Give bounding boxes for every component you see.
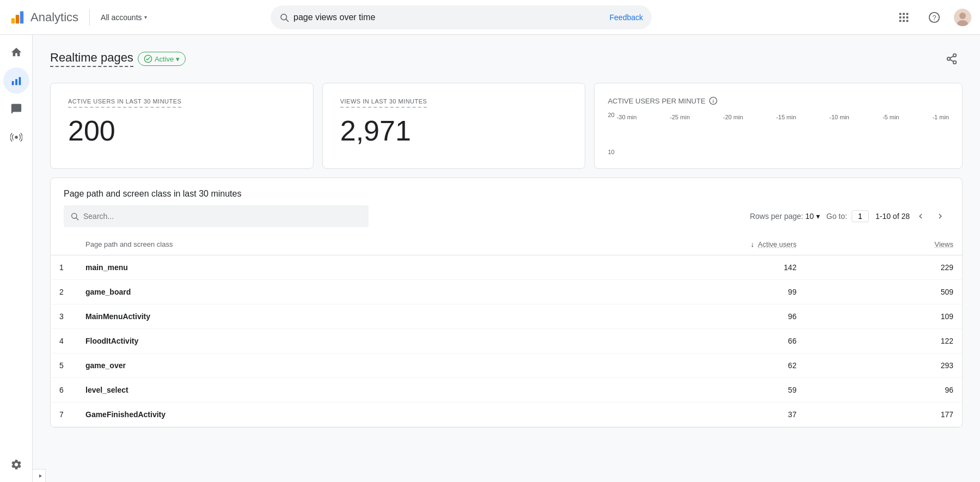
table-row: 7 GameFinishedActivity 37 177	[51, 402, 962, 427]
page-header: Realtime pages Active ▾	[50, 48, 963, 70]
row-path: level_select	[77, 378, 531, 402]
svg-text:?: ?	[932, 13, 936, 21]
chart-y-labels: 20 10	[608, 112, 614, 155]
apps-grid-button[interactable]	[893, 7, 915, 28]
share-icon	[946, 53, 958, 65]
rows-per-page-label: Rows per page:	[750, 212, 803, 221]
status-dropdown-icon: ▾	[176, 55, 180, 63]
feedback-link[interactable]: Feedback	[610, 13, 643, 22]
table-row: 1 main_menu 142 229	[51, 255, 962, 280]
row-num: 2	[51, 280, 77, 304]
main-content: Realtime pages Active ▾ ACTIVE	[33, 35, 980, 482]
svg-point-26	[953, 61, 957, 64]
x-label: -1 min	[932, 114, 949, 120]
check-circle-icon	[144, 54, 152, 63]
metrics-row: ACTIVE USERS IN LAST 30 MINUTES 200 VIEW…	[50, 83, 963, 169]
search-icon	[279, 13, 289, 22]
app-name: Analytics	[30, 10, 78, 25]
logo-area: Analytics	[9, 9, 78, 26]
svg-line-33	[76, 218, 78, 220]
help-icon: ?	[928, 11, 940, 23]
rows-per-page-value: 10	[805, 212, 814, 221]
row-path: game_board	[77, 280, 531, 304]
help-button[interactable]: ?	[923, 7, 945, 28]
table-section: Page path and screen class in last 30 mi…	[50, 178, 963, 428]
table-search-bar	[64, 205, 369, 227]
row-views: 229	[805, 255, 962, 280]
svg-rect-20	[15, 79, 17, 85]
row-num: 6	[51, 378, 77, 402]
row-views: 109	[805, 304, 962, 329]
active-users-label: ACTIVE USERS IN LAST 30 MINUTES	[68, 98, 181, 108]
rows-per-page-select[interactable]: 10 ▾	[805, 212, 820, 221]
row-views: 509	[805, 280, 962, 304]
col-path-label: Page path and screen class	[85, 240, 173, 248]
svg-line-4	[286, 19, 288, 21]
sidebar-item-settings[interactable]	[3, 452, 29, 478]
row-active-users: 96	[531, 304, 805, 329]
x-label: -25 min	[670, 114, 690, 120]
x-label: -15 min	[776, 114, 797, 120]
search-input[interactable]	[293, 13, 605, 22]
navbar-divider	[89, 9, 90, 26]
page-title: Realtime pages	[50, 51, 133, 67]
sidebar-item-home[interactable]	[3, 39, 29, 65]
row-active-users: 59	[531, 378, 805, 402]
table-row: 3 MainMenuActivity 96 109	[51, 304, 962, 329]
y-label-max: 20	[608, 112, 614, 118]
x-label: -20 min	[723, 114, 743, 120]
svg-rect-6	[903, 13, 905, 15]
active-users-card: ACTIVE USERS IN LAST 30 MINUTES 200	[50, 83, 314, 169]
status-badge[interactable]: Active ▾	[138, 52, 186, 66]
svg-line-27	[950, 59, 953, 62]
prev-page-button[interactable]	[912, 208, 929, 225]
sidebar-item-reports[interactable]	[3, 68, 29, 94]
next-page-button[interactable]	[932, 208, 949, 225]
views-value: 2,971	[340, 114, 568, 147]
svg-rect-21	[19, 77, 21, 86]
row-views: 293	[805, 353, 962, 378]
sidebar-item-explore[interactable]	[3, 96, 29, 122]
info-icon[interactable]	[709, 96, 718, 105]
x-label: -10 min	[829, 114, 849, 120]
chart-title-text: ACTIVE USERS PER MINUTE	[608, 97, 705, 105]
svg-point-31	[713, 99, 713, 100]
table-pagination: Rows per page: 10 ▾ Go to: 1-10 of 28	[750, 208, 949, 225]
svg-line-28	[950, 56, 953, 58]
col-active-users-header[interactable]: ↓ Active users	[531, 234, 805, 255]
table-search-icon	[70, 212, 79, 221]
row-active-users: 62	[531, 353, 805, 378]
x-label: -5 min	[883, 114, 899, 120]
table-search-input[interactable]	[83, 212, 362, 221]
goto-input[interactable]	[852, 210, 869, 222]
row-views: 122	[805, 329, 962, 353]
settings-icon	[10, 459, 22, 471]
col-views-label: Views	[935, 240, 953, 248]
svg-rect-8	[899, 16, 902, 19]
table-title: Page path and screen class in last 30 mi…	[64, 189, 949, 199]
realtime-icon	[10, 131, 22, 143]
col-active-users-label: Active users	[758, 240, 797, 248]
col-views-header: Views	[805, 234, 962, 255]
bar-chart-icon	[10, 75, 22, 87]
navbar-right: ?	[893, 7, 971, 28]
share-button[interactable]	[941, 48, 963, 70]
active-users-value: 200	[68, 114, 296, 147]
sidebar-resize-handle[interactable]	[33, 469, 46, 482]
row-path: main_menu	[77, 255, 531, 280]
svg-rect-0	[11, 18, 15, 23]
svg-rect-10	[906, 16, 909, 19]
row-active-users: 99	[531, 280, 805, 304]
row-num: 4	[51, 329, 77, 353]
svg-point-25	[947, 57, 951, 60]
avatar[interactable]	[954, 9, 971, 26]
svg-point-17	[959, 13, 966, 19]
svg-rect-9	[903, 16, 905, 19]
row-active-users: 37	[531, 402, 805, 427]
sidebar-item-realtime[interactable]	[3, 124, 29, 150]
table-row: 6 level_select 59 96	[51, 378, 962, 402]
row-num: 3	[51, 304, 77, 329]
chart-container: 20 10 -30 min-25 min-20 min-15 min-10 mi…	[608, 112, 949, 155]
svg-rect-19	[11, 81, 14, 85]
accounts-selector[interactable]: All accounts ▾	[101, 13, 146, 22]
